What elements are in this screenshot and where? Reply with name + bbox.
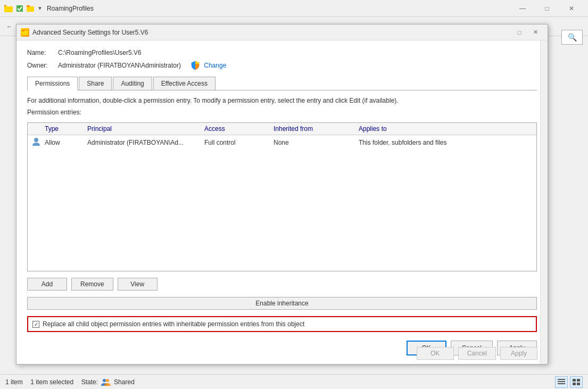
svg-rect-3 <box>16 5 23 12</box>
tab-share[interactable]: Share <box>79 77 112 90</box>
replace-permissions-label: Replace all child object permission entr… <box>43 320 304 328</box>
view-button[interactable]: View <box>118 278 158 291</box>
svg-rect-12 <box>558 381 565 382</box>
svg-rect-11 <box>558 379 565 380</box>
tabs-container: Permissions Share Auditing Effective Acc… <box>27 77 537 90</box>
bg-cancel-btn: Cancel <box>458 347 496 360</box>
col-header-access[interactable]: Access <box>204 125 274 133</box>
replace-permissions-checkbox[interactable]: ✓ <box>32 321 39 328</box>
svg-rect-6 <box>22 31 28 35</box>
bg-minimize-button[interactable]: — <box>510 0 535 17</box>
change-owner-link[interactable]: Change <box>204 62 226 69</box>
svg-rect-5 <box>27 5 30 7</box>
svg-rect-15 <box>577 379 580 382</box>
owner-row: Owner: Administrator (FIRATBOYAN\Adminis… <box>27 61 537 70</box>
shield-icon <box>191 61 200 70</box>
folder2-icon <box>27 5 34 12</box>
view-details-button[interactable] <box>555 376 568 388</box>
status-shared: Shared <box>114 378 135 386</box>
row-applies-to: This folder, subfolders and files <box>359 139 532 146</box>
dialog-title-text: Advanced Security Settings for User5.V6 <box>32 29 511 36</box>
table-row[interactable]: Allow Administrator (FIRATBOYAN\Ad... Fu… <box>28 135 536 150</box>
svg-rect-4 <box>27 6 34 12</box>
status-bar-right <box>555 376 583 388</box>
dropdown-arrow: ▼ <box>37 5 43 11</box>
status-bar: 1 item 1 item selected State: Shared <box>0 374 588 389</box>
name-row: Name: C:\RoamingProfiles\User5.V6 <box>27 49 537 56</box>
large-icons-view-icon <box>573 379 580 385</box>
permissions-label: Permission entries: <box>27 109 537 116</box>
checkbox-check-mark: ✓ <box>34 321 38 327</box>
col-header-type[interactable]: Type <box>45 125 87 133</box>
user-icon <box>32 137 40 146</box>
svg-rect-17 <box>577 383 580 385</box>
name-label: Name: <box>27 49 54 56</box>
shared-people-icon <box>101 378 111 386</box>
bg-dialog-buttons: OK Cancel Apply <box>417 347 537 360</box>
col-header-icon <box>32 125 45 133</box>
row-inherited-from: None <box>274 139 359 146</box>
bg-maximize-button[interactable]: □ <box>535 0 559 17</box>
replace-permissions-area: ✓ Replace all child object permission en… <box>27 316 537 332</box>
svg-point-10 <box>106 379 109 382</box>
svg-rect-14 <box>573 379 576 382</box>
row-principal: Administrator (FIRATBOYAN\Ad... <box>87 139 204 146</box>
remove-button[interactable]: Remove <box>71 278 113 291</box>
tab-effective-access[interactable]: Effective Access <box>153 77 216 90</box>
name-value: C:\RoamingProfiles\User5.V6 <box>58 49 142 56</box>
bg-window-title: RoamingProfiles <box>47 5 510 12</box>
tab-permissions[interactable]: Permissions <box>27 77 78 90</box>
bg-titlebar-icons: ▼ <box>4 5 43 12</box>
search-icon: 🔍 <box>568 33 577 42</box>
folder-icon <box>4 5 13 12</box>
row-type: Allow <box>45 139 87 146</box>
col-header-principal[interactable]: Principal <box>87 125 204 133</box>
owner-value: Administrator (FIRATBOYAN\Administrator) <box>58 62 181 69</box>
advanced-security-dialog: Advanced Security Settings for User5.V6 … <box>16 24 548 365</box>
details-view-icon <box>558 379 565 385</box>
enable-inheritance-button[interactable]: Enable inheritance <box>27 297 537 310</box>
dialog-maximize-button[interactable]: □ <box>511 26 527 39</box>
svg-point-8 <box>34 138 38 142</box>
dialog-title-icon <box>21 28 29 37</box>
dialog-close-button[interactable]: ✕ <box>527 26 543 39</box>
toolbar-back-icon[interactable]: ← <box>4 21 15 32</box>
dialog-controls: □ ✕ <box>511 26 543 39</box>
col-header-applies[interactable]: Applies to <box>359 125 532 133</box>
bg-apply-btn: Apply <box>500 347 537 360</box>
bg-close-button[interactable]: ✕ <box>559 0 584 17</box>
info-text: For additional information, double-click… <box>27 97 537 104</box>
dialog-titlebar: Advanced Security Settings for User5.V6 … <box>16 24 548 40</box>
status-selected: 1 item selected <box>30 378 73 386</box>
action-buttons-row: Add Remove View <box>27 278 537 291</box>
tab-auditing[interactable]: Auditing <box>113 77 152 90</box>
svg-rect-16 <box>573 383 576 385</box>
col-header-inherited[interactable]: Inherited from <box>274 125 359 133</box>
bg-window-controls: — □ ✕ <box>510 0 584 17</box>
search-area: 🔍 <box>561 30 583 45</box>
status-item-count: 1 item <box>5 378 23 386</box>
svg-rect-2 <box>4 5 6 6</box>
bg-titlebar: ▼ RoamingProfiles — □ ✕ <box>0 0 588 17</box>
shield-folder-icon <box>22 30 28 35</box>
check-icon <box>16 5 23 12</box>
permission-table: Type Principal Access Inherited from App… <box>27 122 537 271</box>
svg-rect-7 <box>22 30 24 31</box>
dialog-scrollbar[interactable] <box>540 40 548 364</box>
view-large-icons-button[interactable] <box>570 376 583 388</box>
owner-label: Owner: <box>27 62 54 69</box>
status-state-label: State: <box>81 378 98 386</box>
add-button[interactable]: Add <box>27 278 67 291</box>
dialog-content: Name: C:\RoamingProfiles\User5.V6 Owner:… <box>16 40 548 364</box>
row-icon-cell <box>32 137 45 147</box>
svg-rect-13 <box>558 383 565 384</box>
row-access: Full control <box>204 139 274 146</box>
bg-ok-btn: OK <box>417 347 454 360</box>
table-header: Type Principal Access Inherited from App… <box>28 123 536 135</box>
svg-point-9 <box>103 379 106 382</box>
